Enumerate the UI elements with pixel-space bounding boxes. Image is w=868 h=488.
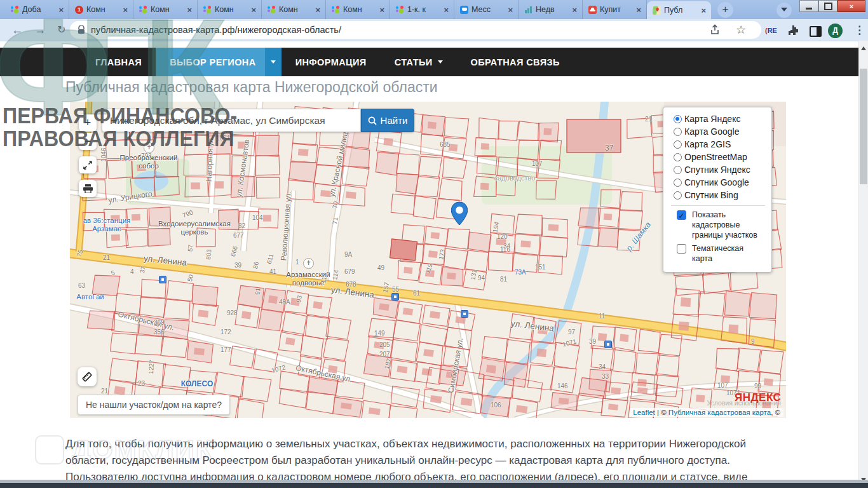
fullscreen-button[interactable] (79, 156, 97, 173)
layer-option-6[interactable]: Спутник Google (671, 176, 765, 189)
browser-tab-5[interactable]: Комн× (262, 0, 326, 19)
tab-label: Публ (664, 6, 696, 15)
tab-close-icon[interactable]: × (250, 5, 257, 15)
tab-close-icon[interactable]: × (378, 5, 386, 15)
tab-close-icon[interactable]: × (314, 5, 322, 15)
parcel-number: 803 (205, 249, 212, 261)
zoom-in-button[interactable]: + (79, 114, 97, 132)
layer-option-3[interactable]: Карта 2GIS (671, 138, 765, 151)
transit-stop-icon (461, 310, 468, 318)
browser-tab-7[interactable]: 1-к. к× (390, 0, 454, 19)
window-close-button[interactable]: × (837, 0, 865, 12)
layer-option-2[interactable]: Карта Google (671, 125, 765, 138)
page-title: Публичная кадастровая карта Нижегородско… (65, 79, 438, 96)
tab-close-icon[interactable]: × (121, 5, 129, 15)
refresh-button[interactable]: ↻ (57, 24, 65, 36)
parcel-number: 120 (497, 233, 508, 240)
tab-close-icon[interactable]: × (442, 5, 450, 15)
back-button[interactable]: ← (11, 24, 23, 37)
parcel-number: 107 (532, 160, 543, 167)
layer-option-1[interactable]: Карта Яндекс (671, 112, 765, 125)
search-button[interactable]: Найти (361, 109, 414, 132)
chat-favicon-icon (460, 6, 468, 14)
layer-option-label: Карта 2GIS (684, 139, 731, 149)
parcel-number: 33 (602, 373, 609, 380)
layer-option-5[interactable]: Спутник Яндекс (671, 163, 765, 176)
page-scrollbar[interactable] (858, 41, 868, 488)
browser-menu-icon[interactable]: ⋮ (854, 24, 865, 37)
search-input[interactable] (102, 115, 360, 126)
tab-close-icon[interactable]: × (186, 5, 193, 15)
nav-item-label: СТАТЬИ (395, 57, 433, 67)
extensions-puzzle-icon[interactable] (788, 25, 799, 36)
yandex-terms-link[interactable]: Условия использования (707, 399, 781, 407)
map-pin-dot (655, 6, 660, 11)
browser-tab-1[interactable]: Доба× (5, 0, 69, 19)
layer-option-label: Карта Яндекс (684, 114, 740, 124)
leaflet-link[interactable]: Leaflet (633, 409, 655, 416)
browser-tab-4[interactable]: Комн× (198, 0, 262, 19)
parcel-number: 149 (374, 330, 385, 337)
pkk-link[interactable]: Публичная кадастровая карта (668, 409, 771, 416)
browser-tab-2[interactable]: 1Комн× (69, 0, 133, 19)
radio-icon (674, 115, 682, 123)
tab-label: Комн (151, 5, 182, 14)
tab-close-icon[interactable]: × (635, 5, 642, 15)
address-bar[interactable]: публичная-кадастровая-карта.рф/нижегород… (70, 21, 761, 39)
layer-option-7[interactable]: Спутник Bing (671, 189, 765, 201)
tab-close-icon[interactable]: × (506, 5, 514, 15)
parcel-number: 82 (238, 222, 245, 229)
browser-tab-3[interactable]: Комн× (133, 0, 198, 19)
profile-avatar[interactable]: Д (828, 24, 843, 38)
extension-re-icon[interactable]: (RE (765, 27, 777, 34)
tab-close-icon[interactable]: × (571, 5, 578, 15)
parcel-number: 71 (331, 217, 339, 225)
not-found-link[interactable]: Не нашли участок/дом на карте? (78, 395, 230, 415)
browser-tab-6[interactable]: Комн× (326, 0, 390, 19)
cadastral-map[interactable]: ул. Ленинаул. Ленинаул. ЛенинаОктябрьска… (70, 102, 786, 418)
church-icon: ✝ (303, 258, 314, 269)
zoom-out-button[interactable]: − (79, 133, 97, 150)
measure-ruler-button[interactable] (78, 367, 97, 386)
parcel-number: 1046 (100, 147, 107, 161)
fullscreen-icon (83, 161, 92, 170)
nav-item-4[interactable]: СТАТЬИ (381, 48, 457, 76)
bookmark-star-icon[interactable]: ☆ (736, 23, 746, 37)
layer-checkbox-2[interactable]: Тематическая карта (671, 243, 765, 264)
sidebar-panel-icon[interactable] (810, 26, 822, 37)
chevron-down-icon (438, 60, 443, 66)
nav-item-3[interactable]: ИНФОРМАЦИЯ (281, 48, 381, 76)
paragraph-line-1: Для того, чтобы получить информацию о зе… (65, 436, 853, 452)
map-search-box[interactable] (102, 109, 361, 132)
parcel-number: 685 (440, 141, 451, 148)
nav-item-2[interactable]: ВЫБОР РЕГИОНА (156, 48, 281, 76)
layer-option-4[interactable]: OpenStreetMap (671, 151, 765, 163)
parcel-number: 70 (331, 201, 339, 209)
parcel-number: 9 (751, 338, 755, 345)
browser-tab-8[interactable]: Месс× (454, 0, 519, 19)
scrollbar-thumb[interactable] (860, 69, 867, 184)
parcel-number: 55 (392, 286, 399, 293)
scrollbar-up-arrow[interactable] (861, 44, 866, 50)
minimize-icon (806, 8, 812, 10)
tab-list-chevron-icon[interactable] (776, 3, 792, 18)
nav-item-1[interactable]: ГЛАВНАЯ (81, 48, 156, 76)
search-icon (368, 116, 377, 125)
radio-icon (674, 166, 682, 174)
print-button[interactable] (79, 180, 97, 197)
tab-close-icon[interactable]: × (57, 5, 65, 15)
forward-button[interactable]: → (34, 24, 46, 37)
parcel-number: 172 (220, 329, 231, 336)
transit-stop-icon (159, 276, 166, 283)
tab-close-icon[interactable]: × (700, 6, 707, 15)
window-maximize-button[interactable] (818, 0, 837, 12)
browser-tab-10[interactable]: Купит× (583, 0, 647, 19)
share-icon[interactable] (709, 24, 721, 36)
layer-checkbox-1[interactable]: ✓Показать кадастровые границы участков (671, 210, 765, 240)
new-tab-button[interactable]: + (717, 2, 733, 18)
browser-tab-11[interactable]: Публ× (647, 1, 711, 19)
browser-tab-9[interactable]: Недв× (519, 0, 583, 19)
parcel-number: 41 (269, 268, 276, 275)
window-minimize-button[interactable] (799, 0, 818, 12)
nav-item-5[interactable]: ОБРАТНАЯ СВЯЗЬ (457, 48, 574, 76)
